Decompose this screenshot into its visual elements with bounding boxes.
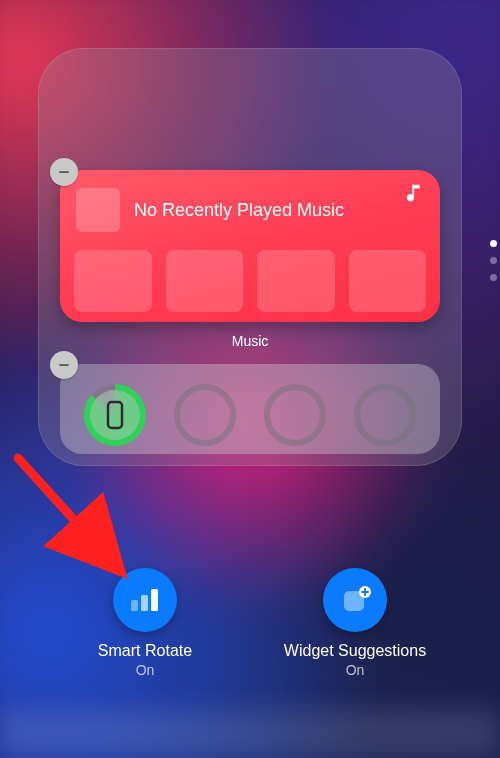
music-recent-tile xyxy=(166,250,244,312)
music-album-art-placeholder xyxy=(76,188,120,232)
smart-rotate-option[interactable]: Smart Rotate On xyxy=(55,568,235,678)
svg-rect-5 xyxy=(151,589,158,611)
smart-rotate-title: Smart Rotate xyxy=(98,642,192,660)
widget-suggestions-title: Widget Suggestions xyxy=(284,642,426,660)
svg-rect-1 xyxy=(108,402,122,428)
music-recent-tile xyxy=(74,250,152,312)
iphone-icon xyxy=(105,400,125,430)
music-recent-tile xyxy=(257,250,335,312)
svg-rect-3 xyxy=(131,600,138,611)
music-note-icon xyxy=(404,182,426,208)
widget-suggestions-status: On xyxy=(346,662,365,678)
smart-rotate-status: On xyxy=(136,662,155,678)
widget-suggestions-icon xyxy=(323,568,387,632)
battery-ring-phone xyxy=(84,384,146,446)
smart-rotate-icon xyxy=(113,568,177,632)
svg-rect-4 xyxy=(141,595,148,611)
remove-widget-button[interactable] xyxy=(50,351,78,379)
widget-suggestions-option[interactable]: Widget Suggestions On xyxy=(265,568,445,678)
page-dot xyxy=(490,257,497,264)
remove-widget-button[interactable] xyxy=(50,158,78,186)
music-widget-label: Music xyxy=(0,333,500,349)
music-widget[interactable]: No Recently Played Music xyxy=(60,170,440,322)
page-dot xyxy=(490,240,497,247)
dock-blur xyxy=(0,710,500,758)
batteries-widget[interactable] xyxy=(60,364,440,454)
stack-page-indicator[interactable] xyxy=(490,240,497,281)
battery-ring-empty xyxy=(174,384,236,446)
music-widget-title: No Recently Played Music xyxy=(134,200,344,221)
battery-ring-empty xyxy=(354,384,416,446)
music-recent-tile xyxy=(349,250,427,312)
page-dot xyxy=(490,274,497,281)
battery-ring-empty xyxy=(264,384,326,446)
